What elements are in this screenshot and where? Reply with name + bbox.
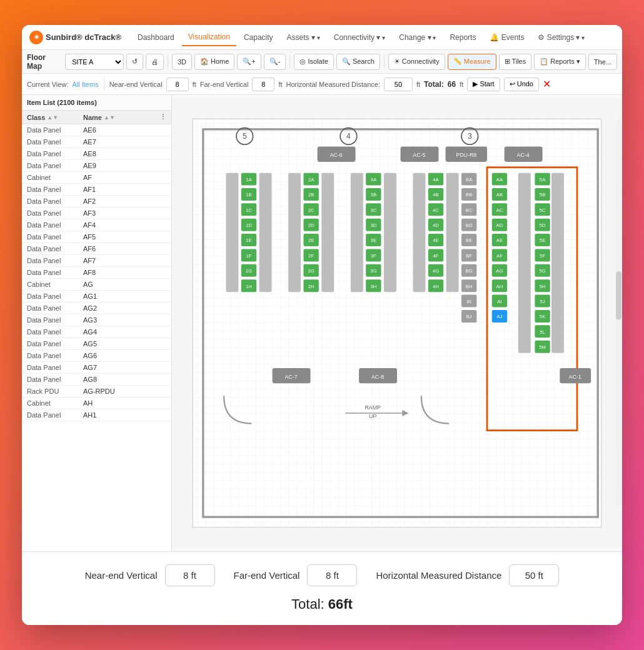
nav-connectivity[interactable]: Connectivity ▾ [328, 29, 391, 46]
floor-map[interactable]: 5 4 3 AC-6 AC-5 PDU-R8 AC-4 [172, 95, 622, 551]
near-end-input[interactable] [166, 78, 189, 91]
far-end-measurement: Far-end Vertical 8 ft [234, 564, 358, 586]
svg-text:5B: 5B [540, 192, 545, 198]
svg-text:1B: 1B [246, 192, 251, 198]
svg-text:5L: 5L [540, 329, 545, 335]
list-item[interactable]: Data PanelAG8 [22, 374, 171, 386]
svg-text:2H: 2H [308, 284, 314, 289]
list-item[interactable]: Data PanelAG4 [22, 326, 171, 338]
svg-text:BB: BB [466, 192, 472, 198]
svg-text:1D: 1D [246, 222, 252, 228]
svg-text:5C: 5C [540, 208, 546, 213]
undo-button[interactable]: ↩ Undo [504, 78, 539, 91]
svg-text:2F: 2F [308, 253, 314, 259]
nav-reports[interactable]: Reports [443, 29, 482, 46]
list-item[interactable]: Data PanelAF4 [22, 219, 171, 231]
nav-items: Dashboard Visualization Capacity Assets … [131, 29, 615, 46]
list-item[interactable]: Data PanelAH1 [22, 409, 171, 421]
start-button[interactable]: ▶ Start [467, 78, 500, 91]
svg-text:BG: BG [466, 268, 473, 274]
svg-text:AE: AE [496, 238, 503, 243]
svg-text:2E: 2E [308, 238, 314, 243]
nav-visualization[interactable]: Visualization [182, 29, 236, 46]
svg-text:3G: 3G [370, 268, 376, 274]
list-item[interactable]: CabinetAG [22, 279, 171, 291]
horiz-measurement: Horizontal Measured Distance 50 ft [376, 564, 559, 586]
toolbar-sep-1 [168, 56, 168, 68]
svg-text:3F: 3F [371, 253, 376, 259]
refresh-button[interactable]: ↺ [126, 54, 143, 70]
total-bottom-value: 66ft [328, 596, 353, 612]
list-item[interactable]: Data PanelAF7 [22, 255, 171, 267]
svg-text:3D: 3D [370, 222, 376, 228]
nav-events[interactable]: 🔔 Events [483, 29, 530, 46]
table-header: Class ▲▼ Name ▲▼ ⋮ [22, 111, 171, 124]
near-end-unit: ft [193, 81, 196, 88]
reports-button[interactable]: 📋 Reports ▾ [534, 54, 586, 70]
svg-text:5A: 5A [540, 177, 546, 182]
svg-text:AC-6: AC-6 [330, 152, 342, 158]
near-end-measurement: Near-end Vertical 8 ft [85, 564, 215, 586]
nav-settings[interactable]: ⚙ Settings ▾ [531, 29, 591, 46]
list-item[interactable]: CabinetAH [22, 398, 171, 409]
list-item[interactable]: Data PanelAG7 [22, 362, 171, 374]
site-select[interactable]: SITE A [65, 54, 124, 70]
svg-text:AF: AF [496, 253, 503, 259]
horiz-input[interactable] [384, 78, 413, 91]
svg-text:5J: 5J [540, 299, 545, 304]
isolate-button[interactable]: ◎ Isolate [294, 54, 333, 70]
far-end-input[interactable] [252, 78, 274, 91]
col-menu-icon[interactable]: ⋮ [159, 113, 166, 121]
svg-text:RAMP: RAMP [365, 404, 381, 411]
measure-button[interactable]: 📏 Measure [448, 54, 496, 70]
svg-text:BC: BC [466, 208, 473, 213]
3d-button[interactable]: 3D [172, 54, 192, 70]
nav-change[interactable]: Change ▾ [393, 29, 442, 46]
list-item[interactable]: Data PanelAE6 [22, 124, 171, 136]
nav-dashboard[interactable]: Dashboard [131, 29, 181, 46]
svg-text:5D: 5D [540, 222, 546, 228]
list-item[interactable]: Data PanelAF5 [22, 231, 171, 243]
col-class-header: Class ▲▼ [27, 114, 83, 121]
tiles-button[interactable]: ⊞ Tiles [499, 54, 532, 70]
svg-text:3B: 3B [371, 192, 376, 198]
the-button[interactable]: The... [588, 54, 617, 70]
svg-rect-156 [551, 173, 564, 353]
list-item[interactable]: Data PanelAG1 [22, 291, 171, 302]
search-button[interactable]: 🔍 Search [336, 54, 380, 70]
list-item[interactable]: CabinetAF [22, 172, 171, 184]
sidebar: Item List (2100 items) Class ▲▼ Name ▲▼ … [22, 95, 172, 551]
print-button[interactable]: 🖨 [146, 54, 164, 70]
list-item[interactable]: Data PanelAG5 [22, 338, 171, 350]
zoom-out-button[interactable]: 🔍- [264, 54, 286, 70]
list-item[interactable]: Data PanelAG2 [22, 302, 171, 314]
svg-text:1E: 1E [246, 238, 251, 243]
list-item[interactable]: Data PanelAF6 [22, 243, 171, 255]
close-measure-button[interactable]: ✕ [543, 78, 551, 90]
svg-text:BH: BH [466, 284, 473, 289]
list-item[interactable]: Data PanelAG6 [22, 350, 171, 362]
far-end-label: Far-end Vertical [200, 81, 249, 88]
svg-text:4G: 4G [433, 268, 439, 274]
list-item[interactable]: Data PanelAE9 [22, 160, 171, 172]
list-item[interactable]: Data PanelAE8 [22, 148, 171, 160]
list-item[interactable]: Data PanelAF2 [22, 196, 171, 208]
list-item[interactable]: Data PanelAF8 [22, 267, 171, 279]
list-item[interactable]: Data PanelAF3 [22, 208, 171, 219]
list-item[interactable]: Data PanelAE7 [22, 136, 171, 148]
list-item[interactable]: Data PanelAF1 [22, 184, 171, 196]
list-item[interactable]: Data PanelAG3 [22, 314, 171, 326]
svg-text:BI: BI [467, 299, 471, 304]
total-value: 66 [448, 80, 456, 89]
nav-capacity[interactable]: Capacity [238, 29, 279, 46]
brand-name: Sunbird® dcTrack® [46, 32, 121, 42]
measure-bar: Current View: All Items Near-end Vertica… [22, 74, 622, 95]
zoom-in-button[interactable]: 🔍+ [237, 54, 261, 70]
connectivity-button[interactable]: ☀ Connectivity [388, 54, 445, 70]
nav-assets[interactable]: Assets ▾ [281, 29, 326, 46]
svg-text:5G: 5G [539, 268, 545, 274]
home-button[interactable]: 🏠 Home [194, 54, 234, 70]
list-item[interactable]: Rack PDUAG-RPDU [22, 386, 171, 398]
svg-text:5: 5 [243, 132, 247, 141]
svg-text:AJ: AJ [496, 314, 502, 319]
